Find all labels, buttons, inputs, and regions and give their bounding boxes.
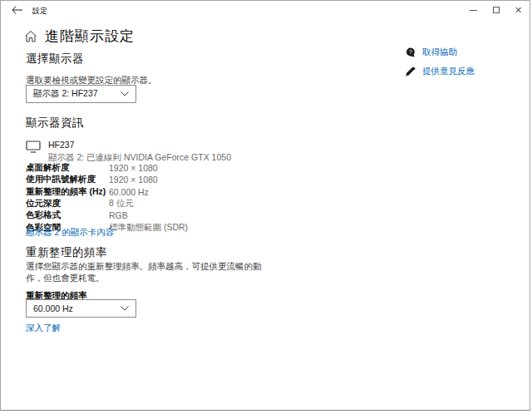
chevron-down-icon xyxy=(121,91,129,96)
window-controls: ✕ xyxy=(462,1,530,19)
monitor-name: HF237 xyxy=(48,140,231,150)
minimize-button[interactable] xyxy=(462,1,485,19)
titlebar: 設定 ✕ xyxy=(1,1,530,22)
get-help-link[interactable]: ? 取得協助 xyxy=(406,47,475,58)
help-panel: ? 取得協助 提供意見反應 xyxy=(406,47,475,85)
svg-text:?: ? xyxy=(409,49,412,55)
feedback-icon xyxy=(406,67,416,76)
row-value: 60.000 Hz xyxy=(109,187,149,197)
monitor-icon xyxy=(26,140,41,164)
table-row: 位元深度 8 位元 xyxy=(26,198,188,209)
chevron-down-icon xyxy=(121,306,129,311)
row-value: 1920 × 1080 xyxy=(109,175,158,185)
row-value: 8 位元 xyxy=(109,198,134,209)
display-info-heading: 顯示器資訊 xyxy=(26,116,84,131)
row-value: 標準動態範圍 (SDR) xyxy=(109,222,188,234)
row-value: 1920 × 1080 xyxy=(109,163,158,173)
display-info-table: 桌面解析度 1920 × 1080 使用中訊號解析度 1920 × 1080 重… xyxy=(26,162,188,234)
refresh-rate-value: 60.000 Hz xyxy=(33,303,73,313)
maximize-icon xyxy=(493,7,500,13)
back-button[interactable] xyxy=(6,2,27,17)
table-row: 色彩格式 RGB xyxy=(26,209,188,221)
table-row: 桌面解析度 1920 × 1080 xyxy=(26,162,188,174)
maximize-button[interactable] xyxy=(485,1,507,19)
row-label: 使用中訊號解析度 xyxy=(26,174,109,185)
feedback-link[interactable]: 提供意見反應 xyxy=(406,66,475,77)
row-label: 位元深度 xyxy=(26,198,109,209)
row-value: RGB xyxy=(109,210,128,220)
adapter-properties-link[interactable]: 顯示器 2 的顯示卡內容 xyxy=(26,227,114,239)
display-selector-dropdown[interactable]: 顯示器 2: HF237 xyxy=(26,85,136,103)
display-selector-value: 顯示器 2: HF237 xyxy=(33,88,98,100)
page-title: 進階顯示設定 xyxy=(45,27,135,46)
back-arrow-icon xyxy=(12,6,22,14)
choose-display-heading: 選擇顯示器 xyxy=(26,52,84,67)
monitor-summary: HF237 顯示器 2: 已連線到 NVIDIA GeForce GTX 105… xyxy=(26,139,231,164)
page-header: 進階顯示設定 xyxy=(24,27,135,46)
settings-window: 設定 ✕ 進階顯示設定 ? 取得協助 提供意見反應 選擇顯示器 選取要檢視或變更… xyxy=(0,0,530,411)
learn-more-link[interactable]: 深入了解 xyxy=(26,323,61,334)
close-button[interactable]: ✕ xyxy=(507,1,530,19)
get-help-label: 取得協助 xyxy=(422,47,457,58)
minimize-icon xyxy=(470,10,477,11)
refresh-rate-heading: 重新整理的頻率 xyxy=(26,245,107,260)
row-label: 桌面解析度 xyxy=(26,162,109,174)
row-label: 重新整理的頻率 (Hz) xyxy=(26,186,109,198)
monitor-texts: HF237 顯示器 2: 已連線到 NVIDIA GeForce GTX 105… xyxy=(48,139,231,164)
table-row: 重新整理的頻率 (Hz) 60.000 Hz xyxy=(26,186,188,198)
row-label: 色彩格式 xyxy=(26,209,109,221)
close-icon: ✕ xyxy=(515,6,522,15)
home-icon xyxy=(24,30,37,43)
help-icon: ? xyxy=(406,47,416,57)
refresh-rate-description: 選擇您顯示器的重新整理頻率。頻率越高，可提供更流暢的動作，但也會更耗電。 xyxy=(26,261,277,283)
feedback-label: 提供意見反應 xyxy=(422,66,475,77)
table-row: 使用中訊號解析度 1920 × 1080 xyxy=(26,174,188,185)
refresh-rate-dropdown[interactable]: 60.000 Hz xyxy=(26,299,136,318)
app-title: 設定 xyxy=(32,6,47,17)
